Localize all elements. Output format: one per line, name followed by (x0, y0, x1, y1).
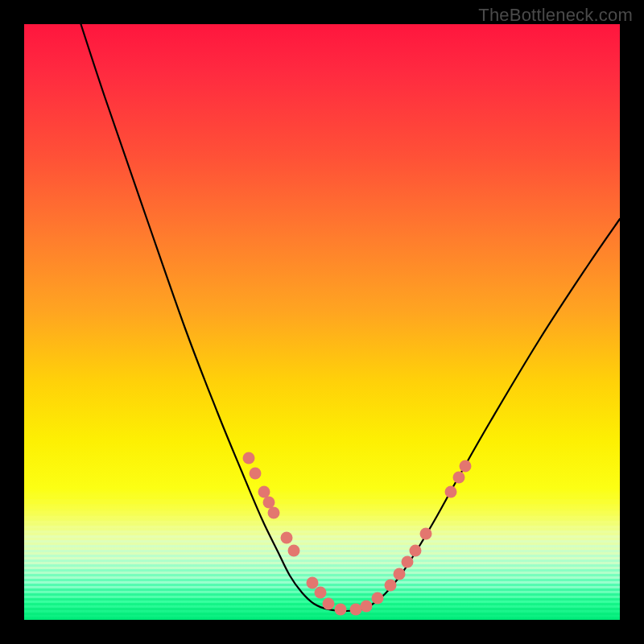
data-point (243, 452, 255, 464)
data-point (268, 507, 280, 519)
data-point (258, 486, 270, 498)
data-point (361, 601, 373, 613)
data-point (372, 592, 384, 605)
data-point (323, 598, 335, 610)
dots-group (243, 452, 472, 616)
data-point (250, 468, 262, 480)
stage: TheBottleneck.com (0, 0, 644, 644)
data-point (315, 587, 327, 599)
data-point (307, 577, 319, 589)
bottleneck-curve (76, 24, 620, 611)
data-point (445, 486, 457, 498)
data-point (410, 545, 422, 557)
data-point (453, 472, 465, 484)
data-point (402, 556, 414, 568)
data-point (335, 604, 347, 616)
data-point (394, 568, 406, 580)
data-point (263, 497, 275, 509)
data-point (460, 460, 472, 473)
data-point (420, 528, 432, 540)
data-point (281, 532, 293, 544)
data-point (385, 580, 397, 592)
data-point (288, 545, 300, 557)
watermark-text: TheBottleneck.com (478, 5, 633, 26)
data-point (350, 604, 362, 616)
plot-area (24, 24, 620, 620)
chart-svg (24, 24, 620, 620)
